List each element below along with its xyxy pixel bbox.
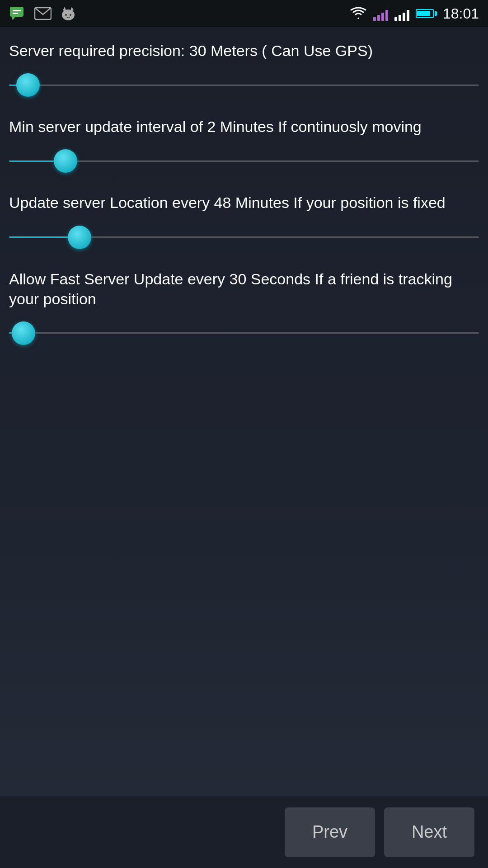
fast-update-slider-track-container[interactable]	[9, 320, 479, 347]
precision-slider-thumb[interactable]	[16, 73, 40, 97]
notification-cat-icon	[60, 5, 77, 22]
precision-slider-label: Server required precision: 30 Meters ( C…	[9, 41, 479, 61]
fast-update-slider-section: Allow Fast Server Update every 30 Second…	[9, 269, 479, 347]
fast-update-slider-track[interactable]	[9, 332, 479, 334]
fast-update-slider-label: Allow Fast Server Update every 30 Second…	[9, 269, 479, 309]
svg-point-9	[70, 14, 71, 16]
precision-slider-section: Server required precision: 30 Meters ( C…	[9, 41, 479, 99]
next-button[interactable]: Next	[384, 807, 474, 857]
fixed-position-slider-thumb[interactable]	[68, 226, 91, 249]
svg-rect-0	[10, 7, 23, 17]
prev-button[interactable]: Prev	[285, 807, 375, 857]
status-bar-notifications	[9, 5, 77, 22]
precision-slider-track-container[interactable]	[9, 71, 479, 99]
precision-slider-track[interactable]	[9, 85, 479, 86]
svg-rect-2	[13, 10, 21, 11]
min-update-slider-thumb[interactable]	[54, 149, 77, 173]
notification-email-icon	[34, 7, 52, 20]
svg-rect-3	[13, 13, 18, 14]
svg-point-5	[62, 9, 75, 20]
fast-update-slider-thumb[interactable]	[12, 321, 35, 345]
fixed-position-slider-track-container[interactable]	[9, 224, 479, 251]
min-update-slider-track[interactable]	[9, 160, 479, 162]
svg-point-8	[65, 14, 67, 16]
battery-icon	[416, 8, 436, 19]
bottom-navigation: Prev Next	[0, 796, 488, 868]
svg-marker-6	[63, 7, 66, 11]
svg-marker-7	[70, 7, 74, 11]
main-content: Server required precision: 30 Meters ( C…	[0, 27, 488, 868]
status-bar-system: 18:01	[350, 5, 479, 22]
signal-bars-purple-icon	[373, 6, 388, 21]
wifi-icon	[350, 6, 367, 21]
fixed-position-slider-track[interactable]	[9, 236, 479, 238]
min-update-slider-label: Min server update interval of 2 Minutes …	[9, 117, 479, 137]
fixed-position-slider-label: Update server Location every 48 Minutes …	[9, 193, 479, 212]
status-time: 18:01	[443, 5, 479, 22]
signal-bars-white-icon	[394, 6, 409, 21]
min-update-slider-track-container[interactable]	[9, 147, 479, 175]
status-bar: 18:01	[0, 0, 488, 27]
min-update-slider-section: Min server update interval of 2 Minutes …	[9, 117, 479, 175]
notification-chat-icon	[9, 5, 26, 22]
svg-marker-1	[12, 17, 15, 20]
fixed-position-slider-section: Update server Location every 48 Minutes …	[9, 193, 479, 250]
